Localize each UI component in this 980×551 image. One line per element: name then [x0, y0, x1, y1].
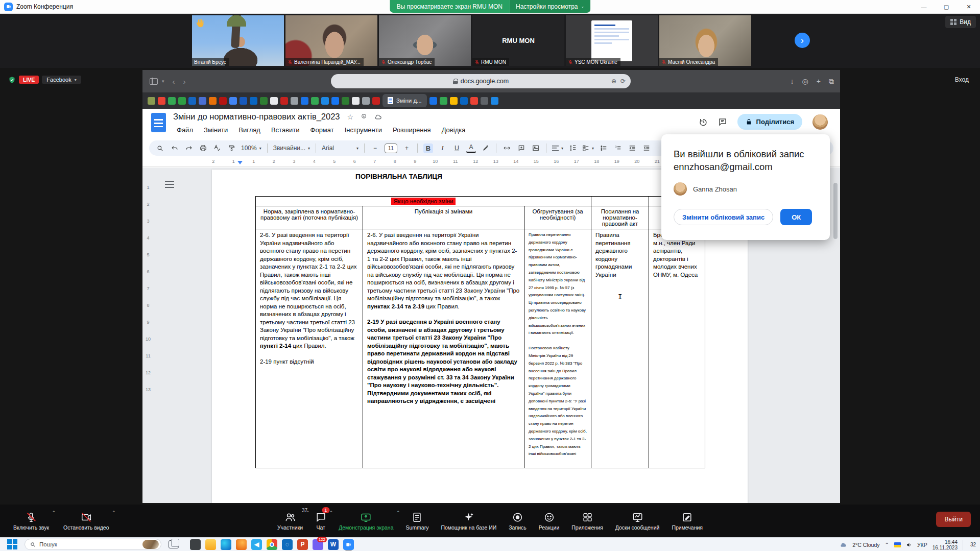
edge-icon[interactable] — [221, 539, 231, 550]
pinned-tab-favicon[interactable] — [301, 97, 308, 105]
pinned-tab-favicon[interactable] — [209, 97, 217, 105]
participant-tile-6[interactable]: Маслій Олександра — [659, 15, 751, 66]
decrease-indent-icon[interactable] — [627, 143, 637, 153]
file-explorer-icon[interactable] — [205, 539, 216, 550]
minimize-button[interactable]: — — [913, 0, 935, 14]
menu-file[interactable]: Файл — [173, 125, 197, 135]
forward-button[interactable]: › — [183, 77, 186, 86]
numbered-list-icon[interactable] — [613, 143, 623, 153]
summary-button[interactable]: Summary — [399, 506, 435, 536]
pinned-tab-favicon[interactable] — [450, 97, 458, 105]
language-indicator[interactable]: УКР — [917, 542, 927, 548]
increase-indent-icon[interactable] — [641, 143, 651, 153]
participants-button[interactable]: 37 Участники ⌃ — [271, 506, 309, 536]
pinned-tab-favicon[interactable] — [229, 97, 237, 105]
pinned-tab-favicon[interactable] — [199, 97, 206, 105]
pinned-tab-favicon[interactable] — [178, 97, 186, 105]
reactions-button[interactable]: Реакции — [533, 506, 566, 536]
weather-label[interactable]: 2°C Cloudy — [852, 542, 879, 548]
pinned-tab-favicon[interactable] — [168, 97, 176, 105]
line-spacing-icon[interactable] — [568, 143, 578, 153]
download-icon[interactable]: ↓ — [791, 77, 794, 85]
view-button[interactable]: Вид — [945, 16, 976, 28]
text-color-button[interactable]: A — [466, 143, 476, 153]
add-comment-icon[interactable] — [516, 143, 526, 153]
participant-tile-4[interactable]: RMU MON RMU MON — [472, 15, 564, 66]
participant-tile-5[interactable]: YSC MON Ukraine — [566, 15, 658, 66]
active-tab[interactable]: Зміни д... — [383, 94, 427, 107]
speaker-icon[interactable] — [906, 542, 912, 548]
translate-icon[interactable]: ⊕ — [611, 78, 616, 85]
font-select[interactable]: Arial▾ — [322, 145, 358, 152]
pinned-tab-favicon[interactable] — [362, 97, 370, 105]
stop-video-button[interactable]: Остановить видео ⌃ — [57, 506, 115, 536]
pinned-tab-favicon[interactable] — [470, 97, 478, 105]
pinned-tab-favicon[interactable] — [460, 97, 468, 105]
pinned-tab-favicon[interactable] — [372, 97, 380, 105]
participant-tile-3[interactable]: Олександр Торбас — [379, 15, 471, 66]
pinned-tab-favicon[interactable] — [240, 97, 247, 105]
zoom-app-icon[interactable] — [343, 539, 354, 550]
zoom-select[interactable]: 100%▾ — [241, 145, 261, 152]
pinned-tab-favicon[interactable] — [188, 97, 196, 105]
participant-tile-1[interactable]: Віталій Бреус — [192, 15, 284, 66]
switch-account-button[interactable]: Змінити обліковий запис — [674, 209, 773, 225]
bold-button[interactable]: B — [423, 143, 433, 153]
livestream-platform-button[interactable]: Facebook ▾ — [42, 76, 81, 84]
chat-button[interactable]: 1 Чат ⌃ — [309, 506, 332, 536]
menu-format[interactable]: Формат — [307, 125, 338, 135]
pinned-tab-favicon[interactable] — [440, 97, 447, 105]
chevron-up-icon[interactable]: ⌃ — [112, 510, 116, 515]
underline-button[interactable]: U — [452, 143, 462, 153]
pinned-tab-favicon[interactable] — [280, 97, 288, 105]
decrease-font-icon[interactable]: − — [370, 143, 380, 153]
messenger-icon[interactable]: 122 — [313, 539, 323, 550]
powerpoint-icon[interactable]: P — [297, 539, 308, 550]
chevron-down-icon[interactable]: ▾ — [162, 79, 164, 84]
leave-meeting-button[interactable]: Выйти — [936, 512, 971, 527]
highlight-color-icon[interactable] — [481, 143, 490, 153]
checklist-select[interactable]: ▾ — [582, 145, 594, 152]
reload-icon[interactable]: ⟳ — [620, 78, 626, 85]
comments-icon[interactable] — [718, 117, 727, 127]
pinned-tab-favicon[interactable] — [352, 97, 360, 105]
new-tab-icon[interactable]: + — [817, 77, 821, 85]
insert-link-icon[interactable] — [502, 143, 512, 153]
address-bar[interactable]: docs.google.com ⊕ ⟳ — [331, 74, 631, 88]
next-participants-button[interactable]: › — [795, 33, 810, 48]
version-history-icon[interactable] — [699, 117, 708, 127]
insert-image-icon[interactable] — [531, 143, 540, 153]
pinned-tab-favicon[interactable] — [158, 97, 165, 105]
tab-list-icon[interactable]: ⧉ — [829, 77, 834, 86]
photos-app-icon[interactable]: ◌ — [282, 539, 293, 550]
menu-view[interactable]: Вигляд — [235, 125, 264, 135]
firefox-icon[interactable] — [236, 539, 247, 550]
search-icon[interactable] — [155, 143, 165, 153]
scrollbar-thumb[interactable] — [833, 183, 838, 239]
paint-format-icon[interactable] — [227, 143, 236, 153]
chrome-icon[interactable] — [267, 539, 277, 550]
pinned-tab-favicon[interactable] — [270, 97, 278, 105]
menu-insert[interactable]: Вставити — [268, 125, 303, 135]
pinned-tab-favicon[interactable] — [331, 97, 339, 105]
pinned-tab-favicon[interactable] — [342, 97, 349, 105]
participant-tile-2[interactable]: Валентина Парандій_МАУ... — [285, 15, 377, 66]
pinned-tab-favicon[interactable] — [481, 97, 488, 105]
notification-center[interactable]: 32 — [963, 540, 976, 550]
spell-check-icon[interactable] — [212, 143, 222, 153]
back-button[interactable]: ‹ — [173, 77, 175, 86]
pinned-tab-favicon[interactable] — [429, 97, 437, 105]
chevron-up-icon[interactable]: ⌃ — [52, 510, 56, 515]
pinned-tab-favicon[interactable] — [291, 97, 298, 105]
maximize-button[interactable]: ▢ — [935, 0, 958, 14]
notes-button[interactable]: Примечания — [665, 506, 709, 536]
signin-label[interactable]: Вход — [955, 76, 969, 83]
ok-button[interactable]: ОК — [780, 209, 812, 225]
increase-font-icon[interactable]: + — [402, 143, 412, 153]
pinned-tab-favicon[interactable] — [491, 97, 498, 105]
pinned-tab-favicon[interactable] — [311, 97, 319, 105]
word-icon[interactable]: W — [328, 539, 339, 550]
record-button[interactable]: Запись — [503, 506, 532, 536]
undo-icon[interactable] — [170, 143, 179, 153]
pinned-tab-favicon[interactable] — [219, 97, 227, 105]
